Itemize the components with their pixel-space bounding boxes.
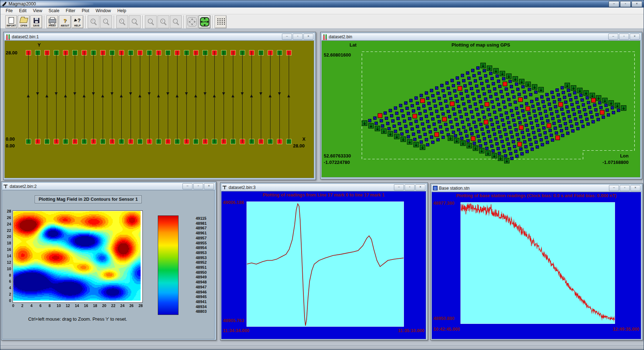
zoom-forward-glyph: › [148,19,152,23]
profile-curve [247,202,404,326]
open-button[interactable]: OPEN [18,15,30,28]
show-survey-lines-button[interactable] [215,15,226,28]
auto-arrow [204,24,206,26]
direction-arrow [250,94,253,97]
w3-maximize-button[interactable]: ▫ [193,183,203,189]
w2-gps-map: Lat Plotting of map using GPS 52.6080160… [321,40,640,178]
w5-maximize-button[interactable]: ▫ [620,185,630,191]
w4-profile-plot[interactable] [247,201,404,327]
save-button[interactable]: SAVE [30,15,42,28]
survey-line [56,51,57,143]
w3-minimize-button[interactable]: – [182,183,192,189]
app-close-button[interactable]: × [631,1,642,7]
x-tick-label: 10 [55,303,62,308]
direction-arrow [55,92,58,95]
open-folder-icon [20,18,28,23]
pan-arrow [191,18,193,20]
w5-titlebar[interactable]: Base station.stn – ▫ × [431,184,642,192]
about-button[interactable]: ?ABOUT [59,15,71,28]
menu-window[interactable]: Window [92,8,114,14]
help-button[interactable]: ?HELP [72,15,83,28]
window-dataset2-bin-3: dataset2.bin:3 – ▫ × Plotting of reading… [220,183,428,340]
magnifier-icon: + [90,18,97,25]
app-maximize-button[interactable]: ▫ [620,1,631,7]
cursor-arrow-icon [74,19,78,23]
w5-minimize-button[interactable]: – [609,185,619,191]
direction-arrow [204,92,206,95]
profile-plot-window-icon [223,185,227,190]
colorbar-value-label: 48961 [196,231,207,235]
contour-plot-canvas[interactable] [13,211,141,301]
colorbar-value-label: 48945 [196,295,207,299]
zoom-first-button: « [116,15,128,28]
direction-arrow [222,92,225,95]
colorbar-value-label: 48967 [196,226,207,230]
mdi-area: dataset2.bin:1 – ▫ × Y 28.00 0.00 0.00 X… [0,28,644,350]
w2-maximize-button[interactable]: ▫ [619,34,629,40]
w3-contour-panel: Plotting Mag Field in 2D Contours for Se… [2,190,215,339]
menu-plot[interactable]: Plot [79,8,93,14]
pan-arrow [189,21,190,23]
w1-maximize-button[interactable]: ▫ [293,34,303,40]
gps-map-canvas[interactable] [322,41,640,177]
menu-edit[interactable]: Edit [16,8,30,14]
w4-maximize-button[interactable]: ▫ [405,184,415,190]
w2-window-controls: – ▫ × [608,34,640,40]
w1-titlebar[interactable]: dataset2.bin:1 – ▫ × [4,33,315,40]
import-button[interactable]: IMPORT [5,15,17,28]
x-tick-label: 2 [19,303,26,308]
w1-minimize-button[interactable]: – [282,34,292,40]
about-label: ABOUT [60,24,69,27]
app-minimize-button[interactable]: – [609,1,619,7]
colorbar-gradient [158,215,179,315]
w3-window-controls: – ▫ × [182,183,214,189]
w3-contour-frame [13,210,143,303]
menu-file[interactable]: File [3,8,16,14]
menu-view[interactable]: View [30,8,45,14]
open-label: OPEN [20,24,27,27]
survey-line [112,51,112,143]
zoom-back-glyph: ‹ [132,19,136,23]
zoom-window-glyph: □ [173,19,177,23]
survey-lines-icon [217,18,225,26]
mag-reading-curve [247,204,404,326]
app-titlebar[interactable]: Magmap2000 – ▫ × [0,0,644,8]
y-tick-label: 8 [3,273,11,277]
survey-line [168,51,168,143]
direction-arrow [64,94,67,97]
about-question-icon: ? [63,18,67,24]
auto-scale-button[interactable]: AUTO [199,15,210,28]
w2-close-button[interactable]: × [630,34,640,40]
w5-close-button[interactable]: × [630,185,640,191]
y-tick-label: 26 [3,215,11,220]
menu-scale[interactable]: Scale [45,8,63,14]
w1-survey-plot[interactable]: Y 28.00 0.00 0.00 X 28.00 [4,40,314,178]
w3-titlebar[interactable]: dataset2.bin:2 – ▫ × [2,183,215,190]
menu-help[interactable]: Help [114,8,130,14]
zoom-forward-button: › [145,15,157,28]
w5-end-time-label: 12:49:35.000 [613,327,639,332]
w5-base-station-plot[interactable] [460,202,615,324]
w4-titlebar[interactable]: dataset2.bin:3 – ▫ × [221,184,427,191]
direction-arrow [185,92,188,95]
direction-arrow [129,92,132,95]
print-button[interactable]: PRINT [47,15,58,28]
auto-arrow [204,18,206,19]
w4-close-button[interactable]: × [415,184,425,190]
w4-minimize-button[interactable]: – [394,184,404,190]
colorbar-value-label: 48954 [196,246,207,250]
w2-minimize-button[interactable]: – [608,34,618,40]
w4-y-max-label: 49006.186 [223,200,244,205]
w1-close-button[interactable]: × [303,34,313,40]
direction-arrow [148,92,151,95]
menu-filter[interactable]: Filter [63,8,79,14]
import-document-icon [9,17,14,24]
w3-close-button[interactable]: × [204,183,214,189]
magnifier-icon: − [103,18,110,25]
direction-arrow [241,92,244,95]
w5-base-station-panel: Plotting of base station readings (Clock… [431,192,641,339]
x-tick-label: 4 [28,303,35,308]
auto-scale-label: AUTO [201,21,208,23]
zoom-window-button: □ [170,15,182,28]
w2-titlebar[interactable]: dataset2.bin – ▫ × [321,33,641,40]
